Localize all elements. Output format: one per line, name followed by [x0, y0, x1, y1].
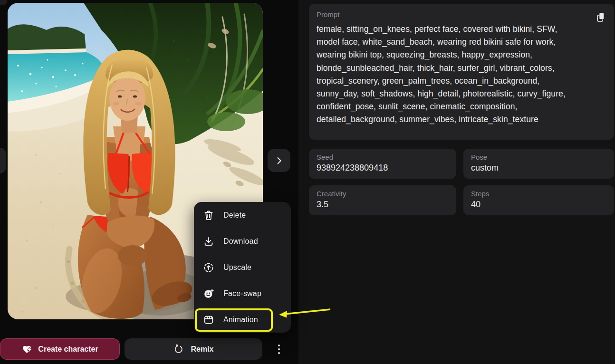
creativity-label: Creativity	[317, 190, 449, 198]
field-seed: Seed 938924238809418	[309, 149, 456, 179]
app-window: Delete Download Upscale	[0, 0, 615, 364]
kebab-dot	[278, 348, 280, 350]
menu-item-face-swap[interactable]: Face-swap	[194, 280, 291, 307]
seed-label: Seed	[317, 153, 449, 161]
menu-item-label: Face-swap	[223, 289, 261, 298]
menu-item-label: Download	[223, 237, 258, 246]
menu-item-animation[interactable]: Animation	[194, 307, 291, 333]
menu-item-download[interactable]: Download	[194, 228, 291, 254]
steps-value: 40	[471, 200, 606, 210]
create-character-button[interactable]: Create character	[0, 338, 120, 360]
heart-plus-icon	[21, 344, 33, 355]
remix-rotate-icon	[173, 344, 184, 354]
field-pose: Pose custom	[463, 149, 614, 179]
prompt-card: Prompt female, sitting_on_knees, perfect…	[309, 4, 614, 140]
menu-item-label: Animation	[223, 316, 258, 324]
prompt-text: female, sitting_on_knees, perfect face, …	[317, 23, 581, 126]
download-icon	[203, 236, 214, 247]
kebab-dot	[278, 345, 280, 346]
field-creativity: Creativity 3.5	[309, 185, 456, 215]
creativity-value: 3.5	[317, 200, 449, 210]
steps-label: Steps	[471, 190, 606, 198]
upscale-icon	[203, 262, 214, 273]
field-steps: Steps 40	[463, 185, 614, 215]
pose-value: custom	[471, 163, 606, 173]
next-image-button[interactable]	[268, 149, 290, 172]
remix-button[interactable]: Remix	[125, 338, 262, 360]
more-options-button[interactable]	[273, 338, 285, 360]
seed-value: 938924238809418	[317, 163, 449, 173]
prev-image-button[interactable]	[0, 148, 6, 173]
kebab-dot	[278, 352, 280, 354]
prompt-label: Prompt	[317, 10, 606, 19]
chevron-right-icon	[273, 155, 285, 166]
menu-item-label: Upscale	[223, 263, 251, 272]
trash-icon	[203, 210, 214, 221]
offscreen-card-corner	[0, 0, 7, 5]
details-panel: Prompt female, sitting_on_knees, perfect…	[298, 0, 615, 364]
remix-label: Remix	[191, 345, 213, 354]
create-character-label: Create character	[38, 345, 98, 354]
menu-item-delete[interactable]: Delete	[194, 202, 291, 228]
animation-icon	[203, 314, 214, 326]
image-context-menu: Delete Download Upscale	[194, 202, 291, 333]
menu-item-label: Delete	[223, 211, 246, 220]
menu-item-upscale[interactable]: Upscale	[194, 254, 291, 280]
copy-prompt-button[interactable]	[594, 10, 608, 24]
copy-icon	[595, 11, 606, 23]
pose-label: Pose	[471, 153, 606, 161]
face-swap-icon	[203, 288, 214, 299]
